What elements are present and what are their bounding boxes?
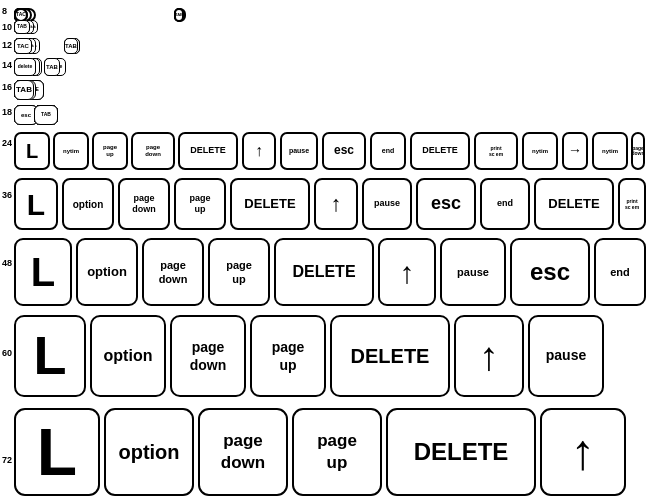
key-nytim2-row24[interactable]: nytim xyxy=(522,132,558,170)
key-pageup-row72[interactable]: pageup xyxy=(292,408,382,496)
key-printsc-row24[interactable]: printsc em xyxy=(474,132,518,170)
key-pagedown-row72[interactable]: pagedown xyxy=(198,408,288,496)
key-up-row60[interactable]: ↑ xyxy=(454,315,524,397)
key-pageup-row60[interactable]: pageup xyxy=(250,315,326,397)
key-L-row48[interactable]: L xyxy=(14,238,72,306)
key-L-row24[interactable]: L xyxy=(14,132,50,170)
key-pagedown-row36[interactable]: pagedown xyxy=(118,178,170,230)
key-L-row60[interactable]: L xyxy=(14,315,86,397)
key-nytim3-row24[interactable]: nytim xyxy=(592,132,628,170)
key-delete2-row36[interactable]: DELETE xyxy=(534,178,614,230)
key-nytim-row24[interactable]: nytim xyxy=(53,132,89,170)
key-pageup-row24[interactable]: pageup xyxy=(92,132,128,170)
row-label-10: 10 xyxy=(2,22,12,32)
key-pagedown2-row24[interactable]: page down xyxy=(631,132,645,170)
row-label-48: 48 xyxy=(2,258,12,268)
key-tab-r8[interactable]: TAB xyxy=(174,8,184,22)
row-label-14: 14 xyxy=(2,60,12,70)
key-pause-row48[interactable]: pause xyxy=(440,238,506,306)
key-up-row72[interactable]: ↑ xyxy=(540,408,626,496)
key-tab-r14[interactable]: TAB xyxy=(44,58,60,76)
key-tab-r16[interactable]: TAB xyxy=(14,80,34,100)
key-end-row24[interactable]: end xyxy=(370,132,406,170)
key-pageup-row48[interactable]: pageup xyxy=(208,238,270,306)
key-pageup-row36[interactable]: pageup xyxy=(174,178,226,230)
key-option-row48[interactable]: option xyxy=(76,238,138,306)
key-option-row72[interactable]: option xyxy=(104,408,194,496)
key-up-row48[interactable]: ↑ xyxy=(378,238,436,306)
key-option-row60[interactable]: option xyxy=(90,315,166,397)
row-label-72: 72 xyxy=(2,455,12,465)
key-L-row36[interactable]: L xyxy=(14,178,58,230)
key-right-row24[interactable]: → xyxy=(562,132,588,170)
row-label-18: 18 xyxy=(2,107,12,117)
key-delete2-r14[interactable]: delete xyxy=(14,58,36,76)
row-label-16: 16 xyxy=(2,82,12,92)
key-delete-row24[interactable]: DELETE xyxy=(178,132,238,170)
key-up-row36[interactable]: ↑ xyxy=(314,178,358,230)
key-end-row48[interactable]: end xyxy=(594,238,646,306)
key-tab-r18[interactable]: TAB xyxy=(34,105,58,125)
row-label-8: 8 xyxy=(2,6,7,16)
key-esc-row24[interactable]: esc xyxy=(322,132,366,170)
row-label-60: 60 xyxy=(2,348,12,358)
key-tab-r12[interactable]: TAC xyxy=(14,38,32,54)
row-label-36: 36 xyxy=(2,190,12,200)
key-pause-row36[interactable]: pause xyxy=(362,178,412,230)
key-L-row72[interactable]: L xyxy=(14,408,100,496)
key-pause-row60[interactable]: pause xyxy=(528,315,604,397)
key-delete2-row24[interactable]: DELETE xyxy=(410,132,470,170)
row-label-12: 12 xyxy=(2,40,12,50)
key-end-row36[interactable]: end xyxy=(480,178,530,230)
key-tab-r12b[interactable]: TAB xyxy=(64,38,78,54)
row-label-24: 24 xyxy=(2,138,12,148)
key-option-row36[interactable]: option xyxy=(62,178,114,230)
key-pagedown-row48[interactable]: pagedown xyxy=(142,238,204,306)
key-printsc-row36[interactable]: printsc em xyxy=(618,178,646,230)
key-up-row24[interactable]: ↑ xyxy=(242,132,276,170)
key-esc-row48[interactable]: esc xyxy=(510,238,590,306)
key-tab-r10[interactable]: TAB xyxy=(14,20,30,34)
key-delete-row60[interactable]: DELETE xyxy=(330,315,450,397)
keyboard-container: 8 L shift lock ctrl ↑ www back shift loc… xyxy=(0,0,650,500)
key-esc-row36[interactable]: esc xyxy=(416,178,476,230)
key-pagedown-row60[interactable]: pagedown xyxy=(170,315,246,397)
mini-rows-section: 8 L shift lock ctrl ↑ www back shift loc… xyxy=(0,0,650,130)
key-pause-row24[interactable]: pause xyxy=(280,132,318,170)
key-pagedown-row24[interactable]: pagedown xyxy=(131,132,175,170)
key-delete-row36[interactable]: DELETE xyxy=(230,178,310,230)
key-delete-row72[interactable]: DELETE xyxy=(386,408,536,496)
key-delete-row48[interactable]: DELETE xyxy=(274,238,374,306)
